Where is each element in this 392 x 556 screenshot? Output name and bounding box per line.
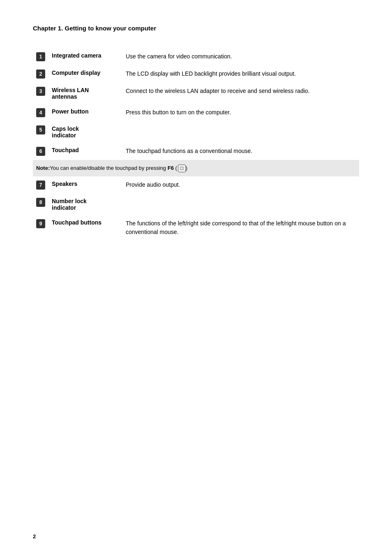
item-number-badge: 4	[36, 108, 45, 117]
item-name: Number lockindicator	[48, 194, 122, 215]
item-description: Connect to the wireless LAN adapter to r…	[122, 83, 359, 104]
item-description: The functions of the left/right side cor…	[122, 215, 359, 241]
table-row: 6TouchpadThe touchpad functions as a con…	[33, 143, 359, 160]
table-row: 7SpeakersProvide audio output.	[33, 176, 359, 194]
item-description	[122, 121, 359, 143]
item-number-badge: 3	[36, 87, 45, 96]
item-description: Press this button to turn on the compute…	[122, 104, 359, 121]
f6-key-label: F6	[168, 165, 174, 171]
note-row: Note:You can enable/disable the touchpad…	[33, 160, 359, 176]
item-description: Provide audio output.	[122, 176, 359, 194]
item-number-badge: 6	[36, 147, 45, 156]
item-name: Integrated camera	[48, 48, 122, 65]
page-number: 2	[33, 533, 36, 540]
table-row: 3Wireless LANantennasConnect to the wire…	[33, 83, 359, 104]
item-description: Use the camera for video communication.	[122, 48, 359, 65]
f6-icon-badge: ☐	[178, 164, 186, 172]
item-name: Power button	[48, 104, 122, 121]
item-name: Touchpad	[48, 143, 122, 160]
table-row: 8Number lockindicator	[33, 194, 359, 215]
item-number-badge: 7	[36, 181, 45, 190]
item-name: Wireless LANantennas	[48, 83, 122, 104]
item-number-badge: 8	[36, 198, 45, 207]
item-number-badge: 1	[36, 52, 45, 61]
table-row: 5Caps lockindicator	[33, 121, 359, 143]
item-description: The touchpad functions as a conventional…	[122, 143, 359, 160]
item-description: The LCD display with LED backlight provi…	[122, 65, 359, 83]
note-label: Note:	[36, 165, 50, 171]
items-table: 1Integrated cameraUse the camera for vid…	[33, 48, 359, 241]
item-description	[122, 194, 359, 215]
table-row: 9Touchpad buttonsThe functions of the le…	[33, 215, 359, 241]
item-name: Caps lockindicator	[48, 121, 122, 143]
table-row: 2Computer displayThe LCD display with LE…	[33, 65, 359, 83]
table-row: 4Power buttonPress this button to turn o…	[33, 104, 359, 121]
item-name: Speakers	[48, 176, 122, 194]
item-name: Computer display	[48, 65, 122, 83]
table-row: 1Integrated cameraUse the camera for vid…	[33, 48, 359, 65]
item-name: Touchpad buttons	[48, 215, 122, 241]
item-number-badge: 9	[36, 219, 45, 228]
item-number-badge: 5	[36, 125, 45, 134]
item-number-badge: 2	[36, 70, 45, 79]
chapter-title: Chapter 1. Getting to know your computer	[33, 25, 359, 32]
